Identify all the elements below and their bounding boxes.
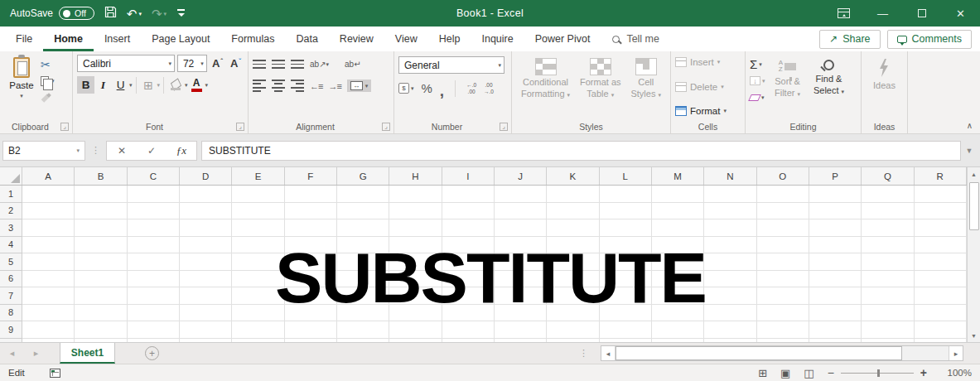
decrease-indent-button[interactable]: ←≡ (310, 81, 322, 91)
row-header-9[interactable]: 9 (0, 321, 22, 339)
expand-formula-bar-icon[interactable]: ▼ (961, 147, 978, 155)
paste-dropdown-icon[interactable]: ▾ (20, 93, 23, 99)
tab-data[interactable]: Data (285, 27, 328, 51)
zoom-slider-thumb[interactable] (877, 369, 880, 377)
font-color-dropdown-icon[interactable]: ▾ (205, 82, 209, 89)
autosave-toggle[interactable]: AutoSave Off (10, 7, 94, 20)
top-align-button[interactable] (253, 60, 266, 68)
zoom-in-button[interactable]: + (920, 366, 927, 379)
vertical-scrollbar[interactable]: ▲ ▼ (967, 167, 980, 342)
column-header-q[interactable]: Q (862, 167, 914, 185)
accounting-format-button[interactable]: $ ▾ (398, 83, 414, 94)
tab-insert[interactable]: Insert (94, 27, 141, 51)
scroll-right-icon[interactable]: ▸ (949, 346, 963, 360)
tab-home[interactable]: Home (43, 27, 94, 51)
align-right-button[interactable] (291, 80, 304, 92)
row-header-4[interactable]: 4 (0, 237, 22, 254)
percent-style-button[interactable]: % (422, 81, 432, 95)
font-dialog-launcher-icon[interactable]: ⌟ (236, 123, 244, 131)
new-sheet-button[interactable]: + (145, 346, 159, 360)
merge-center-button[interactable]: ↔ ▾ (347, 80, 372, 92)
font-color-button[interactable]: A (188, 76, 205, 94)
tab-help[interactable]: Help (428, 27, 471, 51)
orientation-button[interactable]: ab↗ ▾ (310, 60, 329, 69)
autosum-button[interactable]: Σ▾ (750, 57, 765, 71)
maximize-button[interactable] (902, 0, 941, 27)
row-header-5[interactable]: 5 (0, 253, 22, 271)
scroll-left-icon[interactable]: ◂ (601, 346, 616, 360)
collapse-ribbon-icon[interactable]: ∧ (967, 121, 973, 130)
zoom-out-button[interactable]: − (828, 366, 834, 379)
row-header-8[interactable]: 8 (0, 305, 22, 322)
cut-button[interactable]: ✂ (41, 58, 55, 71)
active-cell-text[interactable]: SUBSTITUTE (101, 242, 880, 313)
ribbon-display-options-button[interactable] (824, 0, 863, 27)
decrease-font-size-button[interactable]: Aˇ (228, 57, 244, 70)
underline-dropdown-icon[interactable]: ▾ (129, 82, 133, 89)
tell-me-box[interactable]: Tell me (612, 27, 659, 51)
undo-button[interactable]: ↶ ▾ (127, 7, 142, 20)
column-header-i[interactable]: I (442, 167, 495, 185)
save-icon[interactable] (104, 6, 117, 21)
select-all-button[interactable] (0, 167, 22, 185)
column-header-m[interactable]: M (652, 167, 704, 185)
tab-formulas[interactable]: Formulas (220, 27, 285, 51)
tab-review[interactable]: Review (329, 27, 384, 51)
number-format-combobox[interactable]: General ▾ (398, 56, 504, 74)
column-header-h[interactable]: H (389, 167, 442, 185)
column-header-l[interactable]: L (600, 167, 652, 185)
column-header-k[interactable]: K (547, 167, 599, 185)
tab-bar-split-handle[interactable]: ⋮ (573, 348, 594, 359)
font-size-combobox[interactable]: 72 ▾ (177, 55, 207, 72)
underline-button[interactable]: U (112, 76, 129, 94)
name-box-dropdown-icon[interactable]: ▾ (76, 147, 80, 154)
column-header-a[interactable]: A (22, 167, 75, 185)
undo-dropdown-icon[interactable]: ▾ (138, 11, 142, 17)
fill-color-button[interactable] (167, 76, 185, 94)
enter-button[interactable]: ✓ (137, 145, 167, 157)
formula-bar-drag-handle[interactable]: ⋮ (85, 145, 106, 156)
increase-indent-button[interactable]: →≡ (328, 81, 340, 91)
find-select-button[interactable]: Find &Select ▾ (810, 55, 848, 119)
minimize-button[interactable]: — (863, 0, 902, 27)
customize-quick-access-icon[interactable] (176, 9, 186, 17)
column-header-p[interactable]: P (809, 167, 862, 185)
align-left-button[interactable] (253, 80, 266, 92)
macro-record-icon[interactable] (50, 369, 60, 378)
cancel-button[interactable]: ✕ (107, 145, 137, 157)
merge-center-dropdown-icon[interactable]: ▾ (365, 83, 369, 89)
font-name-dropdown-icon[interactable]: ▾ (165, 60, 171, 67)
row-header-6[interactable]: 6 (0, 271, 22, 288)
name-box[interactable]: B2 ▾ (2, 141, 85, 161)
vertical-scrollbar-thumb[interactable] (969, 182, 979, 230)
zoom-slider[interactable] (841, 373, 914, 374)
accounting-dropdown-icon[interactable]: ▾ (411, 85, 414, 92)
italic-button[interactable]: I (94, 76, 112, 94)
font-size-dropdown-icon[interactable]: ▾ (197, 60, 204, 67)
clear-button[interactable]: ▾ (750, 90, 765, 104)
font-name-combobox[interactable]: Calibri ▾ (77, 55, 175, 72)
next-sheet-icon[interactable]: ▸ (24, 343, 48, 364)
column-header-d[interactable]: D (180, 167, 232, 185)
row-header-3[interactable]: 3 (0, 219, 22, 237)
scroll-down-icon[interactable]: ▼ (968, 329, 980, 342)
zoom-level[interactable]: 100% (940, 368, 972, 378)
normal-view-button[interactable]: ⊞ (758, 367, 767, 379)
bottom-align-button[interactable] (291, 60, 304, 68)
row-header-10[interactable]: 10 (0, 339, 22, 343)
copy-button[interactable]: ▾ (41, 75, 55, 88)
clear-dropdown-icon[interactable]: ▾ (761, 94, 765, 101)
number-format-dropdown-icon[interactable]: ▾ (495, 62, 501, 69)
format-cells-button[interactable]: Format ▾ (675, 104, 741, 118)
share-button[interactable]: ↗ Share (819, 30, 880, 49)
column-header-j[interactable]: J (495, 167, 547, 185)
wrap-text-button[interactable]: ab↵ (345, 60, 361, 69)
column-header-b[interactable]: B (75, 167, 127, 185)
alignment-dialog-launcher-icon[interactable]: ⌟ (382, 123, 390, 131)
insert-function-button[interactable]: ƒx (167, 144, 196, 157)
horizontal-scrollbar[interactable]: ◂ ▸ (601, 345, 963, 361)
cells-area[interactable]: SUBSTITUTE (22, 186, 967, 342)
increase-decimal-button[interactable]: ←.0 .00 (466, 82, 476, 95)
increase-font-size-button[interactable]: Aˆ (210, 57, 225, 70)
previous-sheet-icon[interactable]: ◂ (0, 343, 24, 364)
